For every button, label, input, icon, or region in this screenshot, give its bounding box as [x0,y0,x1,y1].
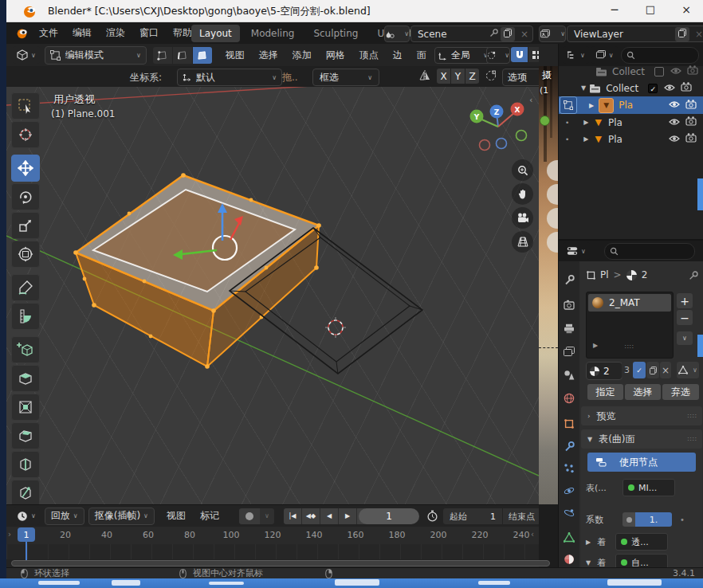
tool-extrude[interactable] [11,365,40,392]
viewlayer-selector[interactable]: ViewLayer × [567,25,703,42]
region-collapse-icon[interactable]: ‹ [529,95,532,105]
material-users-count[interactable]: 3 [622,362,632,378]
assign-button[interactable]: 指定 [587,384,623,400]
play-button[interactable]: ▶ [339,508,357,524]
play-reverse-button[interactable]: ◀ [320,508,339,524]
slot-specials-dropdown[interactable]: ∨ [677,331,693,345]
collapse-triangle-icon[interactable]: ▼ [586,559,591,566]
pin-icon[interactable] [689,270,699,280]
preview-panel-header[interactable]: › 预览 ∷∷ [581,406,702,425]
frame-start-field[interactable]: 起始 1 [443,508,502,524]
slot-list-grip[interactable]: ∷∷ [625,343,634,351]
use-nodes-button[interactable]: 使用节点 [587,453,696,472]
mirror-z-button[interactable]: Z [465,69,479,84]
tool-bevel[interactable] [11,422,40,449]
panel-grip[interactable]: ∷∷ [688,413,697,420]
fake-user-shield-button[interactable]: ✓ [633,362,646,378]
options-dropdown[interactable]: 选项 ∨ [502,69,539,86]
material-browse-field[interactable]: 2 [586,362,622,380]
tool-loop-cut[interactable] [11,451,40,478]
properties-search-input[interactable] [604,243,695,260]
pan-view-button[interactable] [512,183,533,205]
frame-end-field[interactable]: 结束点 [503,508,539,524]
snap-toggle-button[interactable] [511,47,528,62]
expand-triangle-icon[interactable]: ▶ [586,539,591,546]
camera-view-button[interactable] [512,207,533,229]
tab-object-data[interactable] [564,532,575,545]
select-button[interactable]: 选择 [625,384,661,400]
surface-panel-header[interactable]: ▼ 表(曲)面 ∷∷ [581,429,702,449]
tab-tool[interactable] [564,274,575,288]
expand-triangle-icon[interactable]: ▶ [583,135,588,143]
workspace-tab-modeling[interactable]: Modeling [243,25,303,42]
unlink-material-button[interactable]: × [660,362,671,378]
expand-triangle-icon[interactable]: ▶ [583,119,588,126]
eye-icon[interactable] [669,117,680,128]
menu-render[interactable]: 渲染 [99,26,132,40]
keying-menu[interactable]: 抠像(插帧) ∨ [88,508,155,525]
drag-mode-dropdown[interactable]: 框选 ∨ [312,69,379,86]
tab-physics[interactable] [564,485,575,499]
remove-viewlayer-icon[interactable]: × [691,29,703,40]
pivot-point-dropdown[interactable]: ∨ [486,47,510,64]
camera-render-icon[interactable] [681,82,692,94]
menu-edge[interactable]: 边 [386,49,410,62]
workspace-tab-sculpting[interactable]: Sculpting [305,25,366,42]
mirror-y-button[interactable]: Y [451,69,465,84]
tool-annotate[interactable] [11,274,40,301]
eye-icon[interactable] [670,66,681,77]
scene-selector[interactable]: Scene × [410,25,533,42]
timeline-ruler[interactable]: 20 40 60 80 100 120 140 160 180 200 220 … [6,527,539,544]
mirror-x-button[interactable]: X [437,69,450,84]
menu-face[interactable]: 面 [410,49,434,62]
object-icon[interactable] [586,270,596,280]
outliner-search-input[interactable] [621,47,699,64]
timeline-track-area[interactable] [6,544,539,559]
transform-orientation-dropdown[interactable]: 全局 ∨ [434,47,492,64]
new-scene-button[interactable] [501,27,515,41]
eye-icon[interactable] [669,100,680,111]
outliner-row-object[interactable]: • ▶ ▼ Pla [559,131,703,147]
outliner-row-object[interactable]: • ▶ ▼ Pla [559,114,703,131]
auto-keying-button[interactable] [239,508,260,524]
stopwatch-icon[interactable] [426,510,438,522]
outliner-row-object-selected[interactable]: ▶ ▼ Pla [559,96,703,114]
camera-render-icon[interactable] [685,116,697,128]
camera-render-icon[interactable] [685,100,697,112]
tab-output[interactable] [564,323,575,336]
slot-list-expand-icon[interactable]: ▶ [593,342,598,349]
tool-inset[interactable] [11,394,40,421]
decorator-dot-icon[interactable]: • [680,515,685,524]
tab-modifiers[interactable] [564,441,575,454]
menu-window[interactable]: 窗口 [132,26,166,40]
surface-shader-dropdown[interactable]: MI... [622,479,675,496]
zoom-view-button[interactable] [512,159,533,181]
camera-render-icon[interactable] [687,65,698,77]
tool-rotate[interactable] [11,183,40,210]
menu-file[interactable]: 文件 [32,26,65,40]
ruler-pan-right-icon[interactable]: ‹ [531,530,534,539]
panel-grip[interactable]: ∷∷ [688,436,697,443]
menu-view[interactable]: 视图 [218,49,252,62]
tool-measure[interactable] [11,303,40,330]
node-browse-dropdown[interactable]: ∨ [677,362,699,378]
expand-triangle-icon[interactable]: ▼ [581,84,586,92]
tool-select-box[interactable] [11,92,40,120]
viewport-3d[interactable]: Z X Y 用户透视 (1) Plane.001 ‹ 坐标系: 默认 ∨ 拖..… [6,66,539,504]
select-mode-edge-button[interactable] [173,47,192,64]
timeline-editor-type-button[interactable]: ∨ [13,508,40,525]
coord-system-dropdown[interactable]: 默认 ∨ [177,69,282,86]
unlink-scene-icon[interactable]: × [516,29,532,40]
proportional-edit-icon[interactable] [485,70,497,84]
expand-triangle-icon[interactable]: ▶ [589,102,594,109]
add-material-slot-button[interactable]: + [677,293,693,308]
current-frame-marker[interactable]: 1 [18,527,35,542]
new-viewlayer-button[interactable] [675,27,689,41]
select-mode-face-button[interactable] [193,47,212,64]
eye-icon[interactable] [664,83,675,94]
tab-object[interactable] [564,418,575,432]
playback-menu[interactable]: 回放 ∨ [45,508,84,525]
current-frame-field[interactable]: 1 [359,508,419,524]
minimize-button[interactable]: ─ [603,3,626,16]
tab-particles[interactable] [564,463,575,476]
